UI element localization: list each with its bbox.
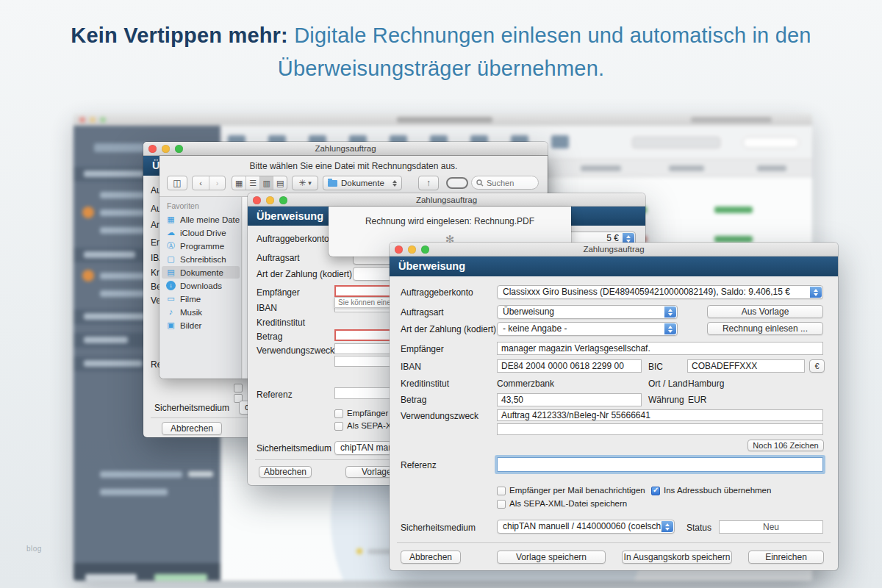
payment-kind-label: Art der Zahlung (kodiert): [401, 324, 496, 334]
sidebar-item-downloads[interactable]: ↓Downloads: [162, 279, 240, 292]
status-label: Status: [686, 523, 711, 533]
divider: [397, 542, 831, 543]
read-invoice-button[interactable]: Rechnung einlesen ...: [707, 322, 823, 335]
close-button[interactable]: [148, 145, 157, 153]
city-label: Ort / Land: [648, 379, 687, 389]
purpose-field-2[interactable]: [497, 423, 823, 435]
form-header: Überweisung: [390, 257, 838, 276]
traffic-lights: [148, 145, 183, 153]
search-input[interactable]: [487, 179, 529, 187]
close-button[interactable]: [395, 245, 403, 254]
sidebar-item-schreibtisch[interactable]: ▢Schreibtisch: [162, 253, 240, 265]
sidebar-toggle-icon[interactable]: ◫: [167, 176, 187, 190]
sicherheitsmedium-select[interactable]: chipTAN manuell / 4140000060 (coelsch): [497, 520, 675, 534]
documents-icon: ▤: [166, 268, 176, 277]
column-view-icon[interactable]: ▥: [259, 176, 273, 190]
list-view-icon[interactable]: ☰: [245, 176, 259, 190]
dropdown-stepper: [664, 306, 676, 318]
quicklook-icon[interactable]: [446, 177, 468, 189]
mail-checkbox[interactable]: [334, 409, 343, 418]
sidebar-item-dokumente[interactable]: ▤Dokumente: [162, 266, 240, 279]
reference-label: Referenz: [401, 460, 437, 470]
field-label: Kreditinstitut: [257, 318, 305, 328]
cancel-button[interactable]: Abbrechen: [162, 422, 222, 435]
field-label: Art der Zahlung (kodiert): [257, 269, 352, 279]
sidebar-item-musik[interactable]: ♪Musik: [162, 306, 240, 318]
order-type-select[interactable]: Überweisung: [497, 305, 678, 319]
payment-form-window: Zahlungsauftrag Überweisung Auftraggeber…: [390, 243, 838, 570]
outbox-button[interactable]: In Ausgangskorb speichern: [622, 551, 732, 564]
sidebar-item-bilder[interactable]: ▣Bilder: [162, 319, 240, 331]
field-label: Auftraggeberkonto: [257, 234, 329, 244]
cancel-button[interactable]: Abbrechen: [401, 551, 461, 564]
headline-lead: Kein Vertippen mehr:: [71, 24, 288, 47]
zoom-button[interactable]: [279, 196, 287, 204]
titlebar[interactable]: Zahlungsauftrag: [248, 193, 645, 207]
search-field[interactable]: [471, 176, 539, 190]
window-title: Zahlungsauftrag: [583, 245, 644, 254]
zoom-button[interactable]: [175, 145, 183, 153]
euro-button[interactable]: €: [809, 359, 825, 373]
minimize-button[interactable]: [266, 196, 274, 204]
icloud-icon: ☁: [166, 228, 176, 237]
caret-down-icon: ▾: [308, 179, 312, 187]
from-template-button[interactable]: Aus Vorlage: [707, 305, 823, 318]
submit-button[interactable]: Einreichen: [748, 551, 824, 564]
traffic-lights: [395, 245, 429, 254]
blog-watermark: blog: [26, 545, 42, 553]
recipient-label: Empfänger: [401, 344, 444, 354]
bank-value: Commerzbank: [497, 379, 554, 389]
minimize-button[interactable]: [408, 245, 416, 254]
sepa-checkbox[interactable]: [497, 500, 506, 509]
recipient-field[interactable]: manager magazin Verlagsgesellschaf.: [497, 342, 823, 355]
amount-label: Betrag: [401, 395, 426, 405]
titlebar[interactable]: Zahlungsauftrag: [390, 243, 838, 257]
cancel-button[interactable]: Abbrechen: [259, 466, 312, 478]
stage: blog Kein Vertippen mehr: Digitale Rechn…: [0, 0, 882, 588]
folder-icon: [328, 180, 337, 187]
payment-kind-select[interactable]: - keine Angabe -: [497, 322, 678, 336]
mail-checkbox[interactable]: [234, 384, 243, 392]
save-template-button[interactable]: Vorlage speichern: [497, 551, 606, 564]
zoom-button[interactable]: [421, 245, 429, 254]
amount-field[interactable]: 43,50: [497, 393, 642, 406]
location-popup[interactable]: Dokumente: [323, 176, 402, 190]
search-icon: [476, 179, 484, 187]
sheet-prompt: Bitte wählen Sie eine Datei mit Rechnung…: [159, 161, 548, 171]
iban-field[interactable]: DE84 2004 0000 0618 2299 00: [497, 359, 642, 373]
zeichen-counter: Noch 106 Zeichen: [747, 440, 824, 451]
favorites-heading: Favoriten: [167, 201, 199, 210]
close-button[interactable]: [253, 196, 261, 204]
nav-buttons: ‹ ›: [192, 176, 226, 190]
gear-icon: ✳: [298, 178, 306, 188]
addressbook-checkbox[interactable]: [651, 487, 660, 495]
field-label: Empfänger: [257, 287, 300, 298]
purpose-field-1[interactable]: Auftrag 4212333/nBeleg-Nr 55666641: [497, 409, 823, 421]
window-title: Zahlungsauftrag: [416, 196, 477, 204]
sepa-checkbox[interactable]: [334, 422, 343, 431]
headline: Kein Vertippen mehr: Digitale Rechnungen…: [0, 19, 882, 85]
back-icon[interactable]: ‹: [193, 176, 209, 190]
action-menu[interactable]: ✳ ▾: [292, 176, 318, 190]
headline-rest: Digitale Rechnungen einlesen: [288, 24, 581, 47]
share-icon[interactable]: ↑: [418, 176, 439, 190]
sicherheitsmedium-label: Sicherheitsmedium: [401, 523, 476, 533]
sidebar-item-icloud[interactable]: ☁iCloud Drive: [162, 226, 240, 239]
mail-checkbox[interactable]: [497, 487, 506, 495]
progress-text: Rechnung wird eingelesen: Rechnung.PDF: [329, 216, 571, 226]
titlebar[interactable]: Zahlungsauftrag: [143, 142, 548, 156]
forward-icon[interactable]: ›: [209, 176, 225, 190]
coverflow-view-icon[interactable]: ▤: [273, 176, 287, 190]
file-dialog-toolbar: ◫ ‹ › ▦ ☰ ▥ ▤ ✳ ▾ Dokumente: [159, 176, 548, 193]
sidebar-item-all-files[interactable]: ▦Alle meine Dateien: [162, 213, 240, 226]
bic-field[interactable]: COBADEFFXXX: [687, 359, 805, 373]
sidebar-item-programme[interactable]: ⒶProgramme: [162, 240, 240, 252]
sepa-checkbox-label: Als SEPA-XML-Datei speichern: [509, 499, 627, 508]
traffic-lights: [253, 196, 287, 204]
icon-view-icon[interactable]: ▦: [232, 176, 245, 190]
account-select[interactable]: Classixxx Giro Business (DE4894059421000…: [497, 285, 823, 299]
addressbook-checkbox-label: Ins Adressbuch übernehmen: [664, 486, 771, 495]
sidebar-item-filme[interactable]: ▭Filme: [162, 293, 240, 305]
reference-input[interactable]: [497, 457, 823, 472]
minimize-button[interactable]: [162, 145, 170, 153]
